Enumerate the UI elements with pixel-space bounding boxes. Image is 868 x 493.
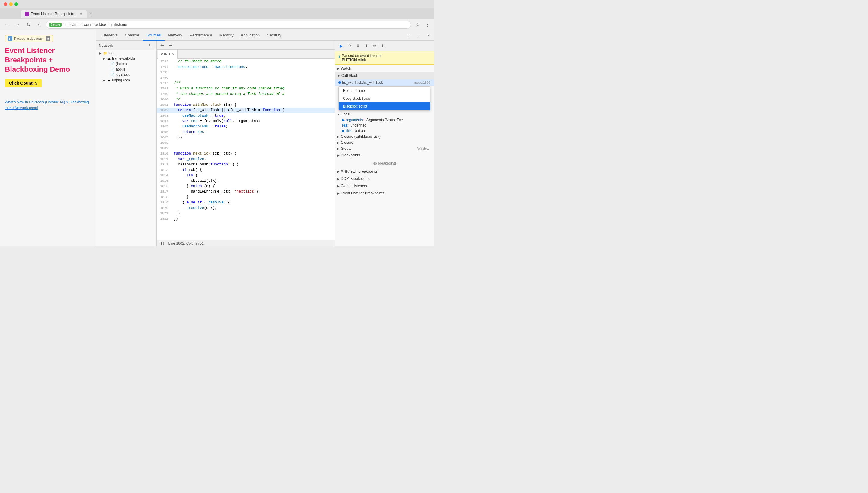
event-listener-bp-header[interactable]: ▶ Event Listener Breakpoints [335,190,434,197]
call-stack-section-header[interactable]: ▼ Call Stack [335,72,434,79]
dom-breakpoints-header[interactable]: ▶ DOM Breakpoints [335,175,434,182]
context-menu: Restart frame Copy stack trace Blackbox … [339,86,430,111]
code-content[interactable]: 1793 // fallback to macro 1794 microTime… [157,59,334,240]
main-area: ▶ Paused in debugger ■ Event Listener Br… [0,30,434,246]
scope-global-arrow-icon: ▶ [337,147,340,150]
tree-item-appjs[interactable]: ▶ 📄 app.js [96,67,156,72]
click-count-button[interactable]: Click Count: 5 [5,79,42,87]
forward-button[interactable]: → [13,21,22,29]
code-line-1794: 1794 microTimerFunc = macroTimerFunc; [157,64,334,70]
pause-on-exceptions-button[interactable]: ⏸ [379,42,387,50]
more-button[interactable]: ⋮ [423,21,432,29]
paused-info-icon: ℹ [339,54,340,59]
code-line-1818: 1818 } [157,194,334,200]
file-tree: ▶ 📁 top ▶ ☁ framework-bla ▶ [96,50,156,83]
scope-global-header[interactable]: ▶ Global Window [335,146,434,152]
global-listeners-arrow-icon: ▶ [337,185,340,188]
breakpoints-section-header[interactable]: ▶ Breakpoints [335,152,434,159]
traffic-lights [4,2,18,6]
cloud-icon-unpkg: ☁ [107,78,111,82]
editor-nav-forward[interactable]: ➡ [166,41,175,49]
code-line-1797: 1797 /** [157,81,334,86]
tab-elements[interactable]: Elements [97,30,121,41]
stop-icon[interactable]: ■ [45,36,50,41]
back-button[interactable]: ← [2,21,11,29]
editor-nav-back[interactable]: ⬅ [158,41,166,49]
scope-closure-wmt-arrow-icon: ▶ [337,135,340,138]
file-icon-appjs: 📄 [110,67,114,71]
tree-item-top[interactable]: ▶ 📁 top [96,50,156,56]
home-button[interactable]: ⌂ [35,21,43,29]
code-line-1821: 1821 } [157,211,334,216]
demo-title: Event Listener Breakpoints + Blackboxing… [5,46,91,74]
devtools-more-button[interactable]: ⋮ [415,31,423,40]
code-line-1804: 1804 var res = fn.apply(null, arguments)… [157,119,334,124]
code-line-1805: 1805 useMacroTask = false; [157,124,334,129]
tree-item-stylecss[interactable]: ▶ 📄 style.css [96,72,156,78]
scope-this-value: button [355,129,365,133]
active-tab[interactable]: Event Listener Breakpoints + × [21,9,87,18]
tab-performance[interactable]: Performance [186,30,216,41]
demo-link-1[interactable]: What's New In DevTools (Chrome 66) > Bla… [5,100,91,111]
tab-sources[interactable]: Sources [143,30,165,41]
tree-item-index[interactable]: ▶ 📄 (index) [96,61,156,67]
scope-closure-wmt-header[interactable]: ▶ Closure (withMacroTask) [335,133,434,140]
tab-application[interactable]: Application [237,30,264,41]
dom-arrow-icon: ▶ [337,177,340,180]
context-menu-blackbox-script[interactable]: Blackbox script [339,103,430,110]
edit-breakpoints-button[interactable]: ✏ [371,42,379,50]
code-line-1809: 1809 [157,146,334,151]
call-stack-item-0[interactable]: fn._withTask.fn._withTask vue.js:1802 [335,79,434,86]
paused-info-box: ℹ Paused on event listener BUTTON.click [335,51,434,65]
resume-execution-button[interactable]: ▶ [337,42,345,50]
tab-network[interactable]: Network [165,30,186,41]
close-tab-button[interactable]: × [79,12,83,16]
code-line-1811: 1811 var _resolve; [157,156,334,162]
editor-tabs: vue.js × [157,50,334,59]
maximize-window-button[interactable] [15,2,18,6]
bookmark-button[interactable]: ☆ [413,21,422,29]
editor-tab-vuejs-label: vue.js [161,52,170,56]
call-stack-label: Call Stack [342,73,358,78]
paused-badge: ▶ Paused in debugger ■ [5,35,53,42]
devtools-tab-bar: Elements Console Sources Network Perform… [96,30,434,41]
editor-tab-vuejs[interactable]: vue.js × [158,50,177,59]
scope-arguments-label: ▶ arguments: [342,118,364,122]
step-out-button[interactable]: ⬆ [363,42,370,50]
scope-local-label: Local [342,112,350,116]
reload-button[interactable]: ↻ [24,21,32,29]
editor-toolbar: ⬅ ➡ [157,41,334,50]
editor-status-bar: {} Line 1802, Column 51 [157,240,334,246]
resume-icon[interactable]: ▶ [7,36,13,41]
global-listeners-label: Global Listeners [341,184,367,188]
close-tab-icon[interactable]: × [172,52,174,56]
close-window-button[interactable] [4,2,7,6]
code-line-1822: 1822 }) [157,216,334,221]
new-tab-button[interactable]: + [87,9,95,18]
tree-item-framework[interactable]: ▶ ☁ framework-bla [96,56,156,61]
global-listeners-header[interactable]: ▶ Global Listeners [335,182,434,190]
tree-item-unpkg[interactable]: ▶ ☁ unpkg.com [96,78,156,83]
more-tabs-button[interactable]: » [405,31,413,40]
watch-section-header[interactable]: ▶ Watch [335,65,434,72]
scope-local-header[interactable]: ▼ Local [335,111,434,117]
code-line-1820: 1820 _resolve(ctx); [157,205,334,211]
sidebar-more-button[interactable]: ⋮ [146,41,154,50]
context-menu-restart-frame[interactable]: Restart frame [339,87,430,94]
tab-console[interactable]: Console [121,30,143,41]
code-line-1819: 1819 } else if (_resolve) { [157,200,334,205]
sources-panel: Network ⋮ ▶ 📁 top ▶ [96,41,434,246]
devtools-close-button[interactable]: × [425,31,433,40]
minimize-window-button[interactable] [9,2,13,6]
tab-memory[interactable]: Memory [216,30,237,41]
xhr-breakpoints-header[interactable]: ▶ XHR/fetch Breakpoints [335,168,434,175]
step-over-button[interactable]: ↷ [346,42,353,50]
tab-security[interactable]: Security [263,30,285,41]
context-menu-copy-stack-trace[interactable]: Copy stack trace [339,94,430,103]
step-into-button[interactable]: ⬇ [354,42,362,50]
network-label: Network [99,41,113,50]
address-bar[interactable]: Secure https://framework-blackboxing.gli… [46,21,411,29]
devtools-tabs-right: » ⋮ × [405,31,433,40]
scope-closure-header[interactable]: ▶ Closure [335,140,434,146]
tree-label-index: (index) [116,62,127,66]
